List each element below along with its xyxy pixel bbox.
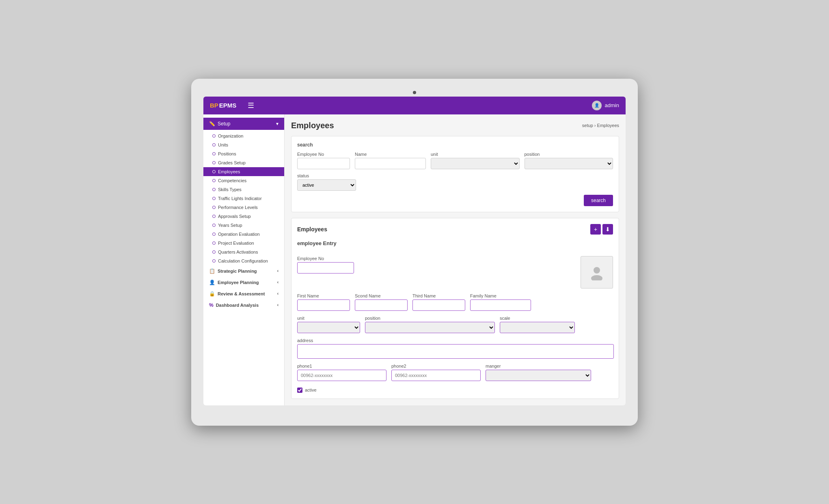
sidebar-group-dashboard-analysis[interactable]: % Dashboard Analysis ‹ xyxy=(203,299,284,311)
sidebar-item-organization[interactable]: Organization xyxy=(203,131,284,140)
employees-card: Employees + ⬇ employee Entry Employee No xyxy=(291,218,619,399)
sidebar-item-quarters-activations[interactable]: Quarters Activations xyxy=(203,248,284,256)
sidebar-item-approvals-setup[interactable]: Approvals Setup xyxy=(203,212,284,221)
sidebar-item-units[interactable]: Units xyxy=(203,140,284,149)
phone1-input[interactable] xyxy=(297,370,386,381)
family-name-input[interactable] xyxy=(470,299,531,311)
group-label: Review & Assessment xyxy=(218,291,265,296)
chevron-right-icon: ‹ xyxy=(277,280,278,284)
first-name-input[interactable] xyxy=(297,299,350,311)
photo-placeholder xyxy=(581,256,613,289)
dot-icon xyxy=(212,259,216,263)
entry-employee-no-input[interactable] xyxy=(297,262,354,274)
entry-unit-select[interactable] xyxy=(297,322,360,333)
entry-scale-label: scale xyxy=(500,316,575,321)
camera-dot xyxy=(413,91,416,94)
employee-entry-form: employee Entry Employee No xyxy=(297,240,613,393)
entry-unit-field: unit xyxy=(297,316,360,333)
phone-manger-row: phone1 phone2 manger xyxy=(297,364,613,381)
avatar: 👤 xyxy=(592,101,602,110)
sidebar-item-label: Positions xyxy=(218,151,236,156)
family-name-field: Family Name xyxy=(470,293,531,311)
sidebar-group-employee-planning[interactable]: 👤 Employee Planning ‹ xyxy=(203,277,284,288)
address-field: address xyxy=(297,338,614,359)
page-header: Employees setup › Employees xyxy=(291,121,619,130)
sidebar-item-skills-types[interactable]: Skills Types xyxy=(203,185,284,194)
third-name-input[interactable] xyxy=(412,299,465,311)
app-logo: BP EPMS xyxy=(210,102,236,109)
entry-scale-select[interactable] xyxy=(500,322,575,333)
sidebar-item-traffic-lights[interactable]: Traffic Lights Indicator xyxy=(203,194,284,203)
dot-icon xyxy=(212,197,216,200)
sidebar-group-strategic-planning[interactable]: 📋 Strategic Planning ‹ xyxy=(203,265,284,277)
sidebar-setup-header[interactable]: ✏️ Setup ▾ xyxy=(203,118,284,130)
breadcrumb-setup: setup xyxy=(582,123,593,128)
unit-label: unit xyxy=(431,152,520,157)
position-select[interactable] xyxy=(525,158,613,169)
sidebar-item-employees[interactable]: Employees xyxy=(203,167,284,176)
dot-icon xyxy=(212,250,216,254)
name-input[interactable] xyxy=(355,158,426,169)
search-button[interactable]: search xyxy=(584,195,613,206)
unit-position-row: unit position scale xyxy=(297,316,613,333)
sidebar-item-label: Performance Levels xyxy=(218,205,258,210)
topbar: BP EPMS ☰ 👤 admin xyxy=(203,97,626,114)
entry-scale-field: scale xyxy=(500,316,575,333)
second-name-field: Scond Name xyxy=(355,293,408,311)
sidebar-item-grades-setup[interactable]: Grades Setup xyxy=(203,158,284,167)
address-textarea[interactable] xyxy=(297,344,614,359)
entry-position-select[interactable] xyxy=(365,322,495,333)
sidebar-item-performance-levels[interactable]: Performance Levels xyxy=(203,203,284,212)
search-card-title: search xyxy=(297,142,613,148)
employee-no-row: Employee No xyxy=(297,256,613,289)
phone1-field: phone1 xyxy=(297,364,386,381)
menu-icon[interactable]: ☰ xyxy=(248,101,254,110)
dot-icon xyxy=(212,143,216,146)
employee-no-field: Employee No xyxy=(297,152,350,169)
sidebar-item-label: Grades Setup xyxy=(218,160,246,165)
download-button[interactable]: ⬇ xyxy=(602,224,613,235)
dot-icon xyxy=(212,224,216,227)
employee-no-label: Employee No xyxy=(297,152,350,157)
sidebar-item-calculation-configuration[interactable]: Calculation Configuration xyxy=(203,256,284,265)
search-form-row1: Employee No Name unit position xyxy=(297,152,613,169)
sidebar-item-positions[interactable]: Positions xyxy=(203,149,284,158)
manger-label: manger xyxy=(486,364,591,368)
dashboard-analysis-icon: % xyxy=(209,302,214,308)
search-form-row2: status active xyxy=(297,173,613,191)
admin-label: admin xyxy=(605,102,619,108)
address-row: address xyxy=(297,338,613,359)
sidebar-item-project-evaluation[interactable]: Project Evaluation xyxy=(203,239,284,248)
phone2-input[interactable] xyxy=(391,370,481,381)
logo-epms: EPMS xyxy=(219,102,237,109)
sidebar-item-label: Skills Types xyxy=(218,187,242,192)
status-select[interactable]: active xyxy=(297,179,356,191)
breadcrumb: setup › Employees xyxy=(582,123,619,128)
search-card: search Employee No Name unit xyxy=(291,136,619,212)
second-name-input[interactable] xyxy=(355,299,408,311)
active-checkbox[interactable] xyxy=(297,388,302,393)
entry-position-field: position xyxy=(365,316,495,333)
sidebar-item-years-setup[interactable]: Years Setup xyxy=(203,221,284,230)
manger-select[interactable] xyxy=(486,370,591,381)
sidebar-item-operation-evaluation[interactable]: Operation Evaluation xyxy=(203,230,284,239)
third-name-field: Third Name xyxy=(412,293,465,311)
svg-point-0 xyxy=(594,267,600,274)
dot-icon xyxy=(212,134,216,138)
entry-unit-label: unit xyxy=(297,316,360,321)
employee-no-input[interactable] xyxy=(297,158,350,169)
position-label: position xyxy=(525,152,613,157)
review-assessment-icon: 🔒 xyxy=(209,291,215,297)
sidebar-item-label: Organization xyxy=(218,134,243,138)
unit-select[interactable] xyxy=(431,158,520,169)
sidebar-item-competencies[interactable]: Competencies xyxy=(203,176,284,185)
name-field: Name xyxy=(355,152,426,169)
status-field: status active xyxy=(297,173,356,191)
sidebar-group-review-assessment[interactable]: 🔒 Review & Assessment ‹ xyxy=(203,288,284,299)
add-button[interactable]: + xyxy=(590,224,601,235)
position-field: position xyxy=(525,152,613,169)
svg-point-1 xyxy=(591,275,602,280)
dot-icon xyxy=(212,170,216,173)
dot-icon xyxy=(212,152,216,155)
name-row: First Name Scond Name Third Name xyxy=(297,293,613,311)
